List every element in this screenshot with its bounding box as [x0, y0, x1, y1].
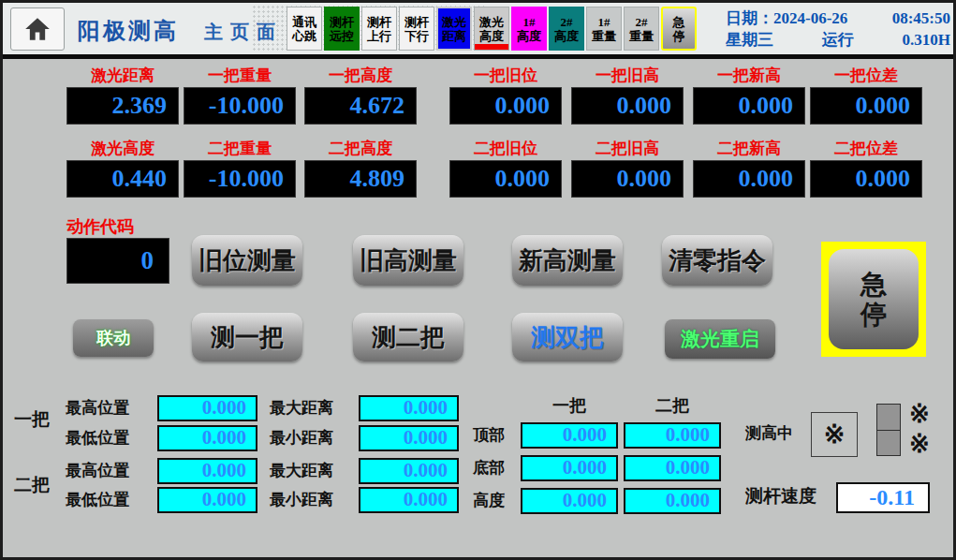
action-code-label: 动作代码 [66, 215, 134, 238]
nav-rod-up[interactable]: 测杆上行 [361, 7, 397, 51]
date-text: 日期：2024-06-26 [726, 7, 847, 29]
grip2-max-dist-value: 0.000 [359, 458, 459, 484]
display-label: 一把高度 [304, 66, 417, 85]
home-button[interactable] [10, 7, 65, 51]
display-value: 0.000 [449, 160, 562, 198]
display-grip1-weight: 一把重量 -10.000 [184, 66, 296, 125]
display-label: 一把重量 [184, 66, 296, 85]
grip2-max-pos-value: 0.000 [157, 458, 257, 484]
rod-speed-label: 测杆速度 [745, 484, 816, 508]
measure-old-height-button[interactable]: 旧高测量 [353, 235, 463, 286]
display-grip2-pos-diff: 二把位差 0.000 [810, 140, 922, 198]
display-grip1-new-height: 一把新高 0.000 [693, 66, 805, 125]
nav-rod-down[interactable]: 测杆下行 [399, 7, 434, 51]
run-status: 运行 [822, 29, 854, 51]
display-value: 0.000 [693, 160, 805, 198]
display-grip1-old-pos: 一把旧位 0.000 [449, 66, 562, 125]
display-grip1-height: 一把高度 4.672 [304, 66, 417, 125]
display-grip1-old-height: 一把旧高 0.000 [571, 66, 684, 125]
display-grip2-old-pos: 二把旧位 0.000 [449, 140, 562, 198]
grip1-min-pos-value: 0.000 [157, 425, 257, 451]
display-grip1-pos-diff: 一把位差 0.000 [810, 66, 922, 125]
estop-frame: 急 停 [821, 242, 926, 357]
grip1-max-dist-value: 0.000 [359, 395, 459, 421]
measure-new-height-button[interactable]: 新高测量 [512, 235, 623, 286]
header-bar: 阳极测高 主页面 通讯心跳 测杆远控 测杆上行 测杆下行 激光距离 激光高度 1… [3, 3, 953, 59]
display-value: -10.000 [184, 87, 296, 125]
display-label: 二把位差 [810, 140, 922, 158]
grip2-min-dist-value: 0.000 [359, 487, 459, 513]
grip2-height-value: 0.000 [624, 488, 721, 514]
grip1-max-pos-value: 0.000 [157, 395, 257, 421]
display-value: 0.000 [810, 160, 922, 198]
bottom-row-label: 底部 [473, 455, 505, 481]
measure-both-grips-button[interactable]: 测双把 [512, 313, 623, 361]
display-label: 一把旧位 [449, 66, 562, 85]
grip2-top-value: 0.000 [624, 422, 721, 449]
display-laser-distance: 激光距离 2.369 [66, 66, 179, 125]
nav-2-height[interactable]: 2#高度 [549, 7, 584, 51]
grip2-min-pos-label: 最低位置 [66, 487, 129, 513]
nav-rod-remote[interactable]: 测杆远控 [324, 7, 360, 51]
nav-1-height[interactable]: 1#高度 [511, 7, 547, 51]
top-row-label: 顶部 [473, 422, 505, 449]
nav-button-group: 通讯心跳 测杆远控 测杆上行 测杆下行 激光距离 激光高度 1#高度 2#高度 … [287, 7, 697, 51]
grip2-max-pos-label: 最高位置 [66, 458, 129, 484]
display-laser-height: 激光高度 0.440 [66, 140, 179, 198]
measure-old-pos-button[interactable]: 旧位测量 [192, 235, 302, 286]
laser-restart-button[interactable]: 激光重启 [665, 319, 775, 359]
grip1-max-pos-label: 最高位置 [66, 395, 129, 421]
grip2-bottom-value: 0.000 [624, 455, 721, 481]
grip1-max-dist-label: 最大距离 [270, 395, 333, 421]
reference-mark-top: ※ [909, 400, 930, 429]
display-value: 0.000 [693, 87, 805, 125]
display-value: 0.000 [449, 87, 562, 125]
time-text: 08:45:50 [892, 7, 950, 29]
nav-estop[interactable]: 急停 [661, 7, 697, 51]
nav-laser-distance[interactable]: 激光距离 [436, 7, 472, 51]
page-subtitle: 主页面 [204, 20, 283, 45]
grip-table-col1-header: 一把 [537, 394, 602, 417]
datetime-panel: 日期：2024-06-26 08:45:50 星期三 运行 0.310H [726, 7, 950, 51]
display-label: 一把位差 [810, 66, 922, 85]
nav-comm-heartbeat[interactable]: 通讯心跳 [287, 7, 322, 51]
display-label: 二把重量 [184, 140, 296, 158]
display-value: 0.000 [571, 160, 684, 198]
grip1-height-value: 0.000 [521, 488, 618, 514]
grip-table-col2-header: 二把 [640, 394, 705, 417]
reference-mark: ※ [824, 420, 846, 449]
hmi-screen: 阳极测高 主页面 通讯心跳 测杆远控 测杆上行 测杆下行 激光距离 激光高度 1… [0, 0, 956, 560]
measure-grip2-button[interactable]: 测二把 [353, 313, 463, 361]
measure-grip1-button[interactable]: 测一把 [192, 313, 302, 361]
display-grip2-old-height: 二把旧高 0.000 [571, 140, 684, 198]
display-value: 0.440 [66, 160, 179, 198]
display-label: 激光高度 [66, 140, 179, 158]
display-label: 一把新高 [693, 66, 805, 85]
grip1-min-dist-value: 0.000 [359, 425, 459, 451]
weekday-text: 星期三 [726, 29, 773, 51]
display-value: 0.000 [571, 87, 684, 125]
display-value: 4.809 [304, 160, 417, 198]
display-value: -10.000 [184, 160, 296, 198]
linkage-button[interactable]: 联动 [73, 319, 154, 357]
grip2-group-label: 二把 [14, 473, 50, 497]
display-label: 一把旧高 [571, 66, 684, 85]
grip2-max-dist-label: 最大距离 [270, 458, 333, 484]
home-icon [24, 17, 51, 41]
display-grip2-weight: 二把重量 -10.000 [184, 140, 296, 198]
nav-2-weight[interactable]: 2#重量 [624, 7, 659, 51]
measuring-label: 测高中 [745, 420, 793, 447]
display-label: 二把旧位 [449, 140, 562, 158]
display-grip2-new-height: 二把新高 0.000 [693, 140, 805, 198]
clear-command-button[interactable]: 清零指令 [662, 235, 772, 286]
grip2-min-pos-value: 0.000 [157, 487, 257, 513]
reference-mark-bottom: ※ [909, 430, 930, 459]
estop-button[interactable]: 急 停 [829, 249, 919, 349]
nav-laser-height[interactable]: 激光高度 [474, 7, 509, 51]
domino-top-cell [876, 404, 901, 431]
height-row-label: 高度 [473, 488, 505, 514]
display-label: 激光距离 [66, 66, 179, 85]
page-title: 阳极测高 [78, 16, 179, 46]
display-value: 0.000 [810, 87, 922, 125]
nav-1-weight[interactable]: 1#重量 [586, 7, 622, 51]
